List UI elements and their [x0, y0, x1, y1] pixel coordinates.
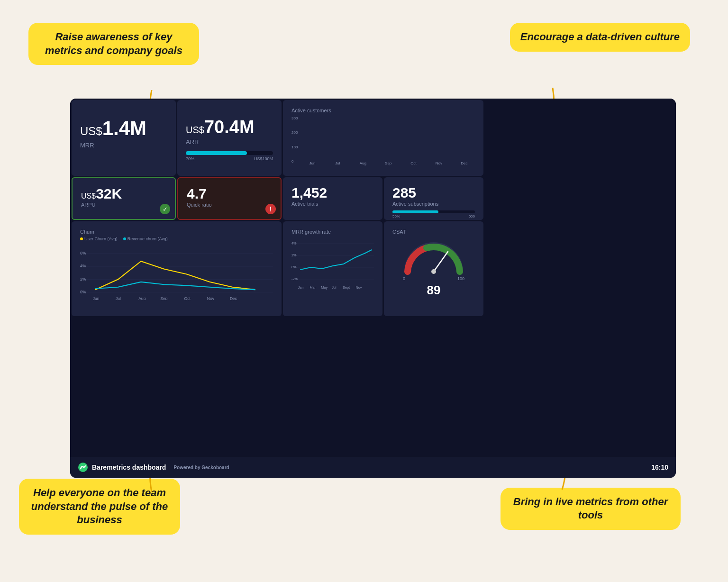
arr-cell: US$70.4M ARR 70% US$100M	[177, 100, 282, 176]
mrr-value: US$1.4M	[80, 117, 167, 140]
arr-label: ARR	[186, 138, 273, 146]
mrr-growth-svg: 4% 2% 0% -2% Jan Mar May Jul Sept Nov	[291, 236, 374, 293]
active-customers-title: Active customers	[291, 108, 475, 113]
churn-cell: Churn User Churn (Avg) Revenue churn (Av…	[72, 221, 282, 316]
callout-bottom-left: Help everyone on the team understand the…	[19, 479, 180, 535]
dashboard-grid: US$1.4M MRR US$70.4M ARR 70% US$100M Act…	[70, 99, 676, 457]
quick-ratio-value: 4.7	[187, 186, 272, 202]
churn-chart-svg: 6% 4% 2% 0% Jun Jul Aug Sep Oct Nov Dec	[80, 243, 273, 300]
arr-value: US$70.4M	[186, 117, 273, 137]
arr-progress-fill	[186, 151, 247, 155]
active-trials-cell: 1,452 Active trials	[283, 177, 382, 220]
csat-title: CSAT	[392, 229, 475, 235]
mrr-growth-cell: MRR growth rate 4% 2% 0% -2% Jan Mar May…	[283, 221, 382, 316]
bar-jun: Jun	[301, 159, 323, 165]
csat-value: 89	[427, 283, 441, 298]
svg-text:4%: 4%	[80, 264, 86, 268]
arr-progress-bar	[186, 151, 273, 155]
callout-bottom-right: Bring in live metrics from other tools	[500, 488, 681, 530]
subs-progress-fill	[392, 210, 438, 213]
gauge-svg	[400, 238, 467, 276]
active-subscriptions-cell: 285 Active subscriptions 56% 500	[384, 177, 483, 220]
svg-text:Jul: Jul	[332, 285, 337, 290]
svg-text:Jun: Jun	[93, 296, 100, 300]
bar-dec: Dec	[454, 159, 475, 165]
callout-top-left: Raise awareness of key metrics and compa…	[28, 23, 199, 65]
active-subs-value: 285	[392, 185, 475, 201]
subs-progress-labels: 56% 500	[392, 214, 475, 218]
arpu-value: US$32K	[81, 186, 166, 202]
svg-text:Nov: Nov	[207, 296, 215, 300]
active-trials-label: Active trials	[291, 201, 327, 207]
svg-text:Oct: Oct	[184, 296, 191, 300]
svg-line-29	[434, 252, 448, 272]
callout-top-right: Encourage a data-driven culture	[510, 23, 690, 52]
bar-oct: Oct	[403, 159, 424, 165]
active-customers-bars: Jun Jul Aug Sep Oct Nov Dec	[301, 118, 475, 165]
svg-text:Sept: Sept	[343, 285, 350, 290]
svg-text:0%: 0%	[291, 265, 297, 269]
bar-aug: Aug	[352, 159, 373, 165]
dashboard-brand: Baremetrics dashboard Powered by Geckobo…	[78, 462, 229, 473]
svg-text:May: May	[321, 285, 328, 290]
csat-cell: CSAT 0 100	[384, 221, 483, 316]
svg-text:0%: 0%	[80, 290, 86, 294]
mrr-label: MRR	[80, 142, 167, 149]
svg-text:Sep: Sep	[160, 296, 167, 300]
powered-by: Powered by Geckoboard	[173, 465, 229, 470]
arpu-cell: US$32K ARPU ✓	[72, 177, 176, 220]
svg-text:Dec: Dec	[230, 296, 237, 300]
active-trials-value: 1,452	[291, 185, 327, 201]
gauge-container: 0 100 89	[392, 238, 475, 298]
bar-nov: Nov	[428, 159, 449, 165]
quick-ratio-cell: 4.7 Quick ratio !	[177, 177, 282, 220]
mrr-cell: US$1.4M MRR	[72, 100, 176, 176]
svg-text:4%: 4%	[291, 241, 297, 246]
bar-sep: Sep	[377, 159, 399, 165]
quick-ratio-alert-icon: !	[265, 204, 276, 214]
active-trials-block: 1,452 Active trials	[291, 185, 327, 207]
svg-text:Aug: Aug	[138, 296, 146, 300]
arr-progress-labels: 70% US$100M	[186, 156, 273, 161]
active-customers-y-axis: 300 200 100 0	[291, 116, 298, 164]
churn-legend: User Churn (Avg) Revenue churn (Avg)	[80, 236, 273, 241]
svg-text:Mar: Mar	[309, 285, 316, 290]
svg-text:-2%: -2%	[291, 277, 298, 281]
svg-text:Jan: Jan	[298, 285, 304, 290]
dashboard: US$1.4M MRR US$70.4M ARR 70% US$100M Act…	[70, 99, 676, 478]
mrr-growth-title: MRR growth rate	[291, 229, 374, 235]
dashboard-footer: Baremetrics dashboard Powered by Geckobo…	[70, 457, 676, 478]
active-customers-cell: Active customers 300 200 100 0 Jun Jul A…	[283, 100, 483, 176]
dashboard-time: 16:10	[651, 464, 668, 471]
active-subs-label: Active subscriptions	[392, 201, 475, 207]
arpu-label: ARPU	[81, 202, 166, 208]
brand-logo	[78, 462, 88, 473]
churn-title: Churn	[80, 229, 273, 235]
svg-text:Jul: Jul	[116, 296, 121, 300]
arpu-check-icon: ✓	[160, 204, 170, 214]
quick-ratio-label: Quick ratio	[187, 202, 272, 208]
svg-text:2%: 2%	[80, 276, 86, 281]
dashboard-title: Baremetrics dashboard	[92, 464, 166, 471]
subs-progress-bar	[392, 210, 475, 213]
svg-text:2%: 2%	[291, 253, 297, 257]
svg-text:6%: 6%	[80, 251, 86, 255]
gauge-axis-labels: 0 100	[403, 276, 464, 281]
svg-text:Nov: Nov	[356, 285, 362, 290]
svg-point-30	[431, 269, 436, 274]
bar-jul: Jul	[327, 159, 348, 165]
